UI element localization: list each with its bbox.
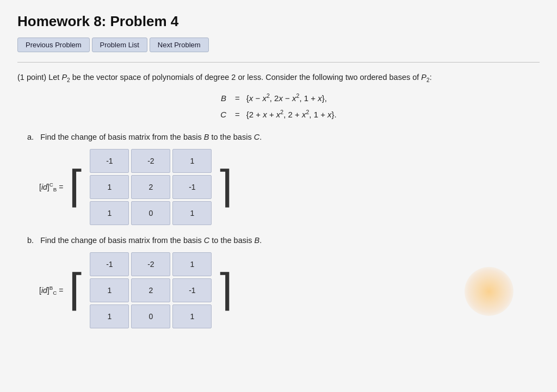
matrix-a-wrapper: ⌈ -1 -2 1 1 2 -1 1 0 1 ⌉ [67, 149, 234, 225]
matrix-a-cell-1-2[interactable]: -1 [172, 175, 212, 199]
basis-definitions: B = {x − x2, 2x − x2, 1 + x}, C = {2 + x… [17, 90, 540, 123]
matrix-b-cell-0-1[interactable]: -2 [131, 252, 170, 276]
matrix-a-grid: -1 -2 1 1 2 -1 1 0 1 [90, 149, 212, 225]
matrix-a-cell-2-2[interactable]: 1 [172, 201, 212, 225]
matrix-b-cell-2-2[interactable]: 1 [172, 304, 212, 328]
nav-buttons: Previous Problem Problem List Next Probl… [17, 38, 540, 52]
matrix-a-section: [id]CB = ⌈ -1 -2 1 1 2 -1 1 0 1 ⌉ [39, 149, 540, 225]
matrix-b-cell-1-0[interactable]: 1 [90, 278, 129, 302]
matrix-a-cell-0-2[interactable]: 1 [172, 149, 212, 173]
matrix-b-grid: -1 -2 1 1 2 -1 1 0 1 [90, 252, 212, 328]
matrix-a-cell-2-0[interactable]: 1 [90, 201, 129, 225]
matrix-b-cell-1-1[interactable]: 2 [131, 278, 170, 302]
matrix-a-label: [id]CB = [39, 182, 63, 192]
problem-list-button[interactable]: Problem List [92, 38, 147, 52]
matrix-b-cell-2-0[interactable]: 1 [90, 304, 129, 328]
left-bracket-a: ⌈ [69, 165, 85, 209]
matrix-a-cell-1-0[interactable]: 1 [90, 175, 129, 199]
matrix-a-cell-2-1[interactable]: 0 [131, 201, 170, 225]
matrix-b-label: [id]BC = [39, 285, 63, 296]
prev-problem-button[interactable]: Previous Problem [17, 38, 90, 52]
matrix-b-section: [id]BC = ⌈ -1 -2 1 1 2 -1 1 0 1 ⌉ [39, 252, 540, 328]
matrix-a-cell-1-1[interactable]: 2 [131, 175, 170, 199]
matrix-b-cell-0-2[interactable]: 1 [172, 252, 212, 276]
matrix-a-cell-0-1[interactable]: -2 [131, 149, 170, 173]
right-bracket-a: ⌉ [216, 165, 233, 209]
part-a-label: a. Find the change of basis matrix from … [27, 133, 540, 141]
matrix-b-wrapper: ⌈ -1 -2 1 1 2 -1 1 0 1 ⌉ [67, 252, 234, 328]
right-bracket-b: ⌉ [216, 269, 233, 312]
problem-intro: (1 point) Let P2 be the vector space of … [17, 71, 540, 85]
divider [17, 62, 540, 63]
next-problem-button[interactable]: Next Problem [150, 38, 209, 52]
left-bracket-b: ⌈ [69, 269, 85, 312]
matrix-a-cell-0-0[interactable]: -1 [90, 149, 129, 173]
matrix-b-cell-0-0[interactable]: -1 [90, 252, 129, 276]
part-b-label: b. Find the change of basis matrix from … [27, 236, 540, 245]
matrix-b-cell-2-1[interactable]: 0 [131, 304, 170, 328]
page-title: Homework 8: Problem 4 [17, 13, 540, 30]
matrix-b-cell-1-2[interactable]: -1 [172, 278, 212, 302]
